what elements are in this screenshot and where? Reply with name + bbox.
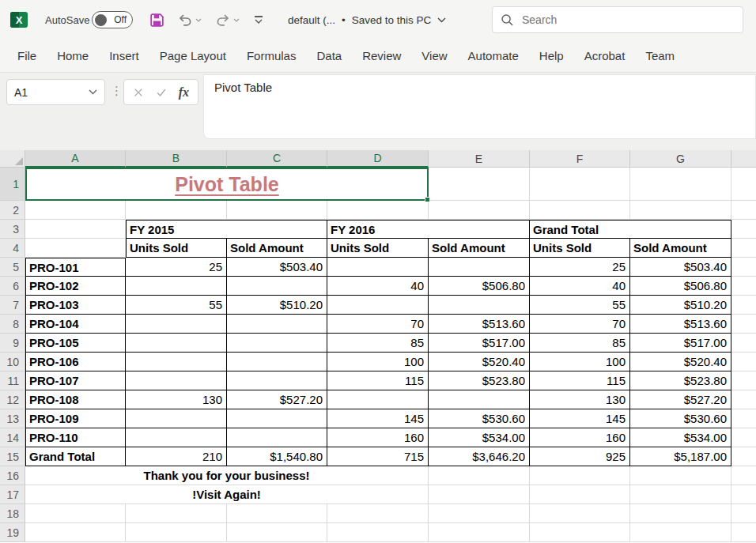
cell-E13[interactable]: $530.60 [429,409,530,428]
cell-B13[interactable] [126,409,227,428]
cell-G16[interactable] [630,466,731,485]
cell-D19[interactable] [327,523,429,542]
row-header-14[interactable]: 14 [0,428,25,447]
column-header-E[interactable]: E [429,150,530,168]
cell-A10[interactable]: PRO-106 [25,353,126,371]
redo-button[interactable] [215,0,240,40]
cell-partial-16[interactable] [731,466,756,485]
cell-C4[interactable]: Sold Amount [227,239,327,258]
cell-D14[interactable]: 160 [327,428,429,447]
cell-F17[interactable] [530,485,630,504]
cell-B9[interactable] [126,334,227,353]
formula-input[interactable]: Pivot Table [203,74,756,139]
column-header-partial[interactable] [731,150,756,168]
cell-partial-15[interactable] [731,447,756,466]
cell-B2[interactable] [126,201,227,220]
cell-B10[interactable] [126,353,227,371]
cell-B14[interactable] [126,428,227,447]
selection-fill-handle[interactable] [425,197,430,202]
undo-button[interactable] [177,0,202,40]
cell-D7[interactable] [327,296,429,315]
cell-C8[interactable] [227,315,327,334]
cell-G15[interactable]: $5,187.00 [630,447,731,466]
cell-C15[interactable]: $1,540.80 [227,447,327,466]
tab-acrobat[interactable]: Acrobat [574,40,636,73]
cell-partial-5[interactable] [731,258,756,277]
cell-A11[interactable]: PRO-107 [25,371,126,390]
cell-G11[interactable]: $523.80 [630,371,731,390]
cell-D6[interactable]: 40 [327,277,429,296]
cell-C12[interactable]: $527.20 [227,390,327,409]
cell-F5[interactable]: 25 [530,258,630,277]
cell-partial-9[interactable] [731,334,756,353]
cell-B6[interactable] [126,277,227,296]
cell-partial-7[interactable] [731,296,756,315]
cell-E10[interactable]: $520.40 [429,353,530,371]
cell-G14[interactable]: $534.00 [630,428,731,447]
insert-function-icon[interactable]: fx [179,85,189,100]
row-header-8[interactable]: 8 [0,315,25,334]
cell-C13[interactable] [227,409,327,428]
tab-home[interactable]: Home [47,40,99,73]
cell-G4[interactable]: Sold Amount [630,239,731,258]
cell-F13[interactable]: 145 [530,409,630,428]
row-header-3[interactable]: 3 [0,220,25,239]
cell-F6[interactable]: 40 [530,277,630,296]
cell-A6[interactable]: PRO-102 [25,277,126,296]
autosave-toggle[interactable]: Off [92,0,133,40]
cell-E5[interactable] [429,258,530,277]
cell-E1[interactable] [429,168,530,201]
cell-C6[interactable] [227,277,327,296]
cell-A12[interactable]: PRO-108 [25,390,126,409]
cell-F7[interactable]: 55 [530,296,630,315]
cell-D10[interactable]: 100 [327,353,429,371]
cell-G6[interactable]: $506.80 [630,277,731,296]
cell-partial-11[interactable] [731,371,756,390]
cell-A8[interactable]: PRO-104 [25,315,126,334]
cell-C2[interactable] [227,201,327,220]
cell-partial-8[interactable] [731,315,756,334]
cell-E14[interactable]: $534.00 [429,428,530,447]
cell-E8[interactable]: $513.60 [429,315,530,334]
cell-G17[interactable] [630,485,731,504]
column-header-B[interactable]: B [126,150,227,168]
cell-C9[interactable] [227,334,327,353]
cell-E4[interactable]: Sold Amount [429,239,530,258]
column-header-G[interactable]: G [630,150,731,168]
cell-E18[interactable] [429,504,530,523]
tab-review[interactable]: Review [352,40,411,73]
cell-B5[interactable]: 25 [126,258,227,277]
enter-check-icon[interactable] [155,87,168,98]
cell-D9[interactable]: 85 [327,334,429,353]
cell-F3-merged[interactable]: Grand Total [530,220,731,239]
cell-B15[interactable]: 210 [126,447,227,466]
row-header-15[interactable]: 15 [0,447,25,466]
row-header-6[interactable]: 6 [0,277,25,296]
cell-D2[interactable] [327,201,429,220]
cell-B11[interactable] [126,371,227,390]
cell-F18[interactable] [530,504,630,523]
cell-D12[interactable] [327,390,429,409]
cell-E12[interactable] [429,390,530,409]
document-title[interactable]: default (... • Saved to this PC [288,0,446,40]
cell-partial-6[interactable] [731,277,756,296]
cell-C18[interactable] [227,504,327,523]
tab-insert[interactable]: Insert [99,40,149,73]
cell-A18[interactable] [25,504,126,523]
cell-G10[interactable]: $520.40 [630,353,731,371]
cell-A9[interactable]: PRO-105 [25,334,126,353]
cell-B18[interactable] [126,504,227,523]
cell-F9[interactable]: 85 [530,334,630,353]
cell-A16-merged[interactable]: Thank you for your business! [25,466,429,485]
row-header-2[interactable]: 2 [0,201,25,220]
cell-G13[interactable]: $530.60 [630,409,731,428]
column-header-F[interactable]: F [530,150,630,168]
cell-D4[interactable]: Units Sold [327,239,429,258]
cell-G7[interactable]: $510.20 [630,296,731,315]
cell-B19[interactable] [126,523,227,542]
cell-C10[interactable] [227,353,327,371]
cell-B4[interactable]: Units Sold [126,239,227,258]
search-input[interactable] [522,13,712,26]
cell-G8[interactable]: $513.60 [630,315,731,334]
cell-A1-merged-selection[interactable]: Pivot Table [25,168,429,201]
